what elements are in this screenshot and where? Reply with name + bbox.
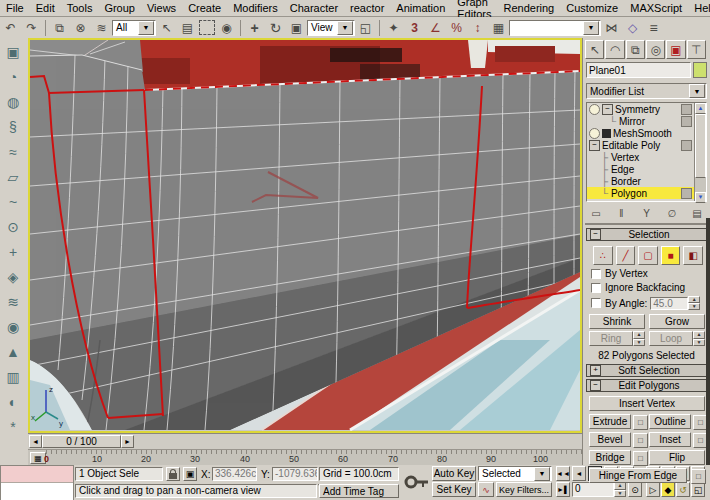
hierarchy-tab-icon[interactable]: ⧉ [626,40,645,59]
scroll-down-icon[interactable]: ▼ [695,192,706,203]
y-coordinate-field[interactable]: -1079.636c [272,467,318,481]
modify-tab-icon[interactable]: ◠ [605,40,624,59]
menu-tools[interactable]: Tools [61,1,99,15]
stack-row-editable-poly[interactable]: − Editable Poly [587,139,694,151]
ignore-backfacing-row[interactable]: Ignore Backfacing [591,282,685,293]
edge-subobject-icon[interactable]: ╱ [616,246,636,265]
soft-selection-rollout-header[interactable]: + Soft Selection [586,364,707,377]
set-keys-button[interactable] [404,467,430,498]
window-crossing-toggle-icon[interactable]: ◉ [217,19,236,37]
angle-snap-icon[interactable]: ∠ [426,19,445,37]
redo-icon[interactable]: ↷ [22,19,41,37]
by-vertex-row[interactable]: By Vertex [591,268,648,279]
mini-listener-macro-line[interactable] [1,466,73,483]
rope-collection-icon[interactable]: § [2,116,24,138]
select-and-rotate-icon[interactable]: ↻ [266,19,285,37]
default-in-out-tangents-icon[interactable]: ∿ [478,482,494,497]
motion-tab-icon[interactable]: ◎ [646,40,665,59]
pan-view-icon[interactable]: ◆ [661,482,675,497]
gizmo-toggle-icon[interactable] [681,140,692,151]
region-zoom-icon[interactable]: ▷ [646,482,660,497]
mini-listener-script-line[interactable] [1,483,73,500]
mirror-icon[interactable]: ⋈ [602,19,621,37]
menu-rendering[interactable]: Rendering [497,1,560,15]
reactor-toy-car-icon[interactable]: ◉ [2,316,24,338]
hinge-settings-icon[interactable]: □ [691,469,706,484]
previous-frame-icon[interactable]: ◄ [572,466,586,481]
menu-modifiers[interactable]: Modifiers [227,1,284,15]
deforming-mesh-collection-icon[interactable]: ≈ [2,141,24,163]
x-coordinate-field[interactable]: 336.426cm [212,467,257,481]
soft-body-collection-icon[interactable]: ◍ [2,91,24,113]
absolute-offset-toggle[interactable]: ▣ [183,467,197,481]
reference-coordinate-dropdown[interactable]: View ▼ [307,20,355,36]
hinge-from-edge-button[interactable]: Hinge From Edge [589,468,687,483]
configure-modifier-sets-icon[interactable]: ▤ [687,205,707,221]
extrude-button[interactable]: Extrude [589,414,631,429]
menu-create[interactable]: Create [182,1,227,15]
use-pivot-center-icon[interactable]: ◱ [356,19,375,37]
reactor-wind-icon[interactable]: ≋ [2,291,24,313]
stack-scrollbar[interactable]: ▲ ▼ [694,103,706,201]
select-object-icon[interactable]: ↖ [157,19,176,37]
edit-named-selections-icon[interactable]: ▦ [489,19,508,37]
selection-filter-dropdown[interactable]: All ▼ [112,20,156,36]
set-key-button[interactable]: Set Key [432,482,476,497]
polygon-subobject-icon-active[interactable]: ■ [661,246,681,265]
linear-dashpot-icon[interactable]: ⊙ [2,216,24,238]
bridge-settings-icon[interactable]: □ [633,451,648,466]
flip-button[interactable]: Flip [649,450,705,465]
loop-spinner[interactable]: ▲▼ [693,331,705,346]
bevel-settings-icon[interactable]: □ [633,433,648,448]
chevron-down-icon[interactable]: ▼ [534,467,550,481]
stack-row-edge[interactable]: ├ Edge [587,163,694,175]
named-selection-dropdown[interactable]: ▼ [509,20,601,36]
collapse-icon[interactable]: − [589,140,600,151]
analyze-world-icon[interactable]: * [2,416,24,438]
object-color-swatch[interactable] [693,62,707,78]
stack-row-symmetry[interactable]: − Symmetry [587,103,694,115]
viewport-canvas[interactable]: z x y [30,40,580,431]
ignore-backfacing-checkbox[interactable] [591,283,601,293]
scroll-thumb[interactable] [695,114,706,178]
vertex-subobject-icon[interactable]: ∴ [593,246,613,265]
utilities-tab-icon[interactable]: ⊤ [687,40,706,59]
select-and-manipulate-icon[interactable]: ✦ [384,19,403,37]
gizmo-toggle-icon[interactable] [681,116,692,127]
perspective-viewport[interactable]: z x y [28,38,582,433]
rectangular-selection-region-icon[interactable] [199,20,215,35]
chevron-down-icon[interactable]: ▼ [689,84,705,98]
bulb-icon[interactable] [589,128,600,139]
grow-button[interactable]: Grow [649,314,705,329]
create-tab-icon[interactable]: ↖ [585,40,604,59]
key-mode-toggle-icon[interactable]: ►▌ [556,482,570,497]
rigid-body-collection-icon[interactable]: ▣ [2,41,24,63]
menu-customize[interactable]: Customize [560,1,624,15]
shrink-button[interactable]: Shrink [589,314,645,329]
make-unique-icon[interactable]: Y [637,205,657,221]
arc-rotate-icon[interactable]: ↺ [676,482,690,497]
align-icon[interactable]: ◇ [623,19,642,37]
angle-spinner[interactable]: ▲▼ [688,296,700,310]
stack-row-vertex[interactable]: ├ Vertex [587,151,694,163]
angular-dashpot-icon[interactable]: + [2,241,24,263]
display-tab-icon[interactable]: ▣ [666,40,685,59]
time-slider-next-icon[interactable]: ► [121,435,134,448]
min-max-toggle-icon[interactable]: ◱ [691,482,705,497]
by-angle-row[interactable]: By Angle: 45.0 ▲▼ [591,296,700,310]
menu-help[interactable]: Help [688,1,710,15]
by-vertex-checkbox[interactable] [591,269,601,279]
time-slider-track[interactable]: ◄ 0 / 100 ► [28,433,582,450]
spinner-snap-icon[interactable]: ↕ [468,19,487,37]
time-configuration-icon[interactable]: ⊙ [628,482,642,497]
bulb-icon[interactable] [589,104,600,115]
stack-row-polygon-selected[interactable]: └ Polygon [587,187,694,199]
object-name-field[interactable] [586,62,691,78]
gizmo-toggle-icon[interactable] [681,188,692,199]
unlink-selection-icon[interactable]: ⊗ [71,19,90,37]
scroll-up-icon[interactable]: ▲ [695,103,706,114]
select-and-scale-icon[interactable]: ▣ [287,19,306,37]
menu-animation[interactable]: Animation [390,1,451,15]
current-frame-field[interactable]: 0 [572,482,614,497]
command-panel-scrollbar[interactable] [706,218,710,465]
